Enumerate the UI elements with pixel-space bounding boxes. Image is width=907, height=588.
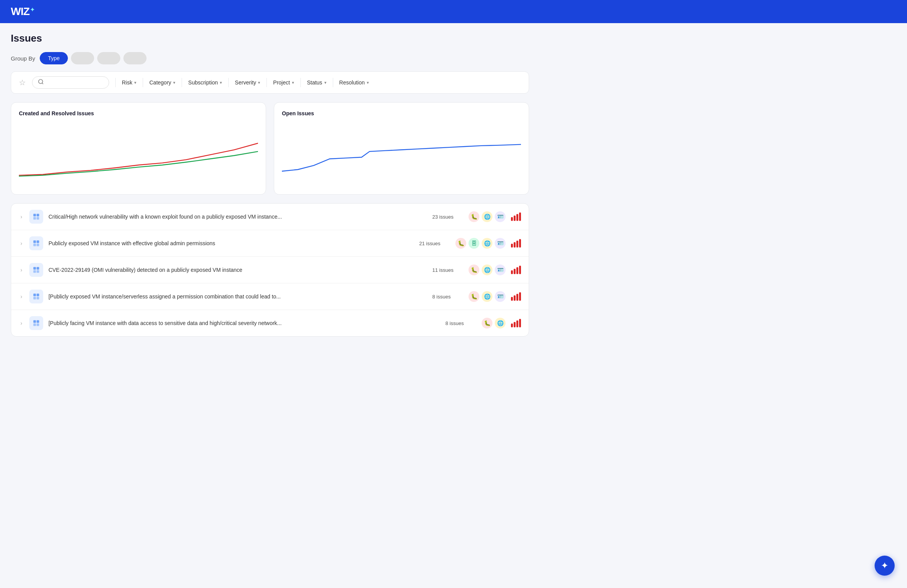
- issue-count: 8 issues: [432, 294, 463, 300]
- bug-icon: 🐛: [455, 238, 466, 249]
- globe-icon: 🌐: [482, 238, 492, 249]
- search-input[interactable]: [47, 79, 101, 86]
- id-icon: 🪪: [495, 291, 506, 302]
- bug-icon: 🐛: [469, 211, 479, 222]
- id-icon: 🪪: [495, 211, 506, 222]
- db-icon: 🗄: [469, 238, 479, 249]
- chart-left-title: Created and Resolved Issues: [19, 110, 258, 116]
- charts-row: Created and Resolved Issues Open Issues: [11, 102, 529, 195]
- expand-button[interactable]: ›: [19, 319, 24, 327]
- issue-tags: 🐛 🌐 🪪: [469, 291, 506, 302]
- chevron-down-icon: ▾: [173, 80, 175, 85]
- logo-star-icon: ✦: [30, 7, 34, 13]
- issue-type-icon: [29, 263, 43, 277]
- severity-bars: [511, 212, 521, 221]
- issue-description: [Publicly exposed VM instance/serverless…: [49, 293, 427, 300]
- filter-divider-6: [300, 78, 301, 87]
- svg-rect-10: [33, 267, 36, 270]
- chart-right-svg: [282, 122, 521, 184]
- id-icon: 🪪: [495, 238, 506, 249]
- chevron-down-icon: ▾: [292, 80, 294, 85]
- search-container: [32, 76, 109, 89]
- filter-risk[interactable]: Risk ▾: [122, 79, 137, 86]
- group-btn-3[interactable]: [97, 52, 120, 64]
- svg-rect-6: [33, 241, 36, 243]
- main-content: Issues Group By Type ☆ Risk ▾ Category ▾: [0, 23, 540, 346]
- bug-icon: 🐛: [469, 291, 479, 302]
- svg-rect-2: [33, 214, 36, 217]
- table-row: › Publicly exposed VM instance with effe…: [11, 230, 529, 257]
- svg-rect-8: [33, 244, 36, 246]
- chart-created-resolved: Created and Resolved Issues: [11, 102, 266, 195]
- table-row: › [Publicly exposed VM instance/serverle…: [11, 283, 529, 310]
- svg-rect-13: [37, 270, 39, 273]
- issue-description: Critical/High network vulnerability with…: [49, 214, 427, 220]
- group-btn-2[interactable]: [71, 52, 94, 64]
- table-row: › CVE-2022-29149 (OMI vulnerability) det…: [11, 257, 529, 283]
- issue-count: 21 issues: [419, 241, 450, 246]
- filter-bar: ☆ Risk ▾ Category ▾ Subscription ▾ Serve…: [11, 71, 529, 94]
- group-btn-type[interactable]: Type: [40, 52, 67, 64]
- svg-rect-9: [37, 244, 39, 246]
- svg-rect-20: [33, 323, 36, 326]
- filter-divider: [115, 78, 116, 87]
- group-by-label: Group By: [11, 55, 35, 62]
- table-row: › Critical/High network vulnerability wi…: [11, 204, 529, 230]
- severity-bars: [511, 239, 521, 248]
- filter-subscription[interactable]: Subscription ▾: [188, 79, 222, 86]
- filter-divider-3: [182, 78, 182, 87]
- globe-icon: 🌐: [482, 291, 492, 302]
- expand-button[interactable]: ›: [19, 266, 24, 274]
- issue-description: Publicly exposed VM instance with effect…: [49, 240, 414, 246]
- filter-project[interactable]: Project ▾: [273, 79, 294, 86]
- issue-type-icon: [29, 290, 43, 303]
- svg-rect-18: [33, 320, 36, 323]
- chevron-down-icon: ▾: [134, 80, 137, 85]
- svg-rect-4: [33, 217, 36, 220]
- issues-list: › Critical/High network vulnerability wi…: [11, 203, 529, 337]
- svg-line-1: [42, 83, 43, 84]
- header: WIZ✦: [0, 0, 907, 23]
- favorite-button[interactable]: ☆: [19, 78, 26, 87]
- chart-left-svg: [19, 122, 258, 184]
- filter-status[interactable]: Status ▾: [307, 79, 327, 86]
- fab-button[interactable]: ✦: [875, 556, 895, 576]
- issue-tags: 🐛 🌐 🪪: [469, 211, 506, 222]
- globe-icon: 🌐: [482, 211, 492, 222]
- chevron-down-icon: ▾: [367, 80, 369, 85]
- expand-button[interactable]: ›: [19, 239, 24, 247]
- svg-rect-21: [37, 323, 39, 326]
- expand-button[interactable]: ›: [19, 293, 24, 300]
- id-icon: 🪪: [495, 265, 506, 275]
- chevron-down-icon: ▾: [220, 80, 222, 85]
- globe-icon: 🌐: [495, 318, 506, 329]
- filter-resolution[interactable]: Resolution ▾: [339, 79, 369, 86]
- issue-type-icon: [29, 236, 43, 250]
- fab-icon: ✦: [881, 560, 888, 571]
- filter-divider-4: [228, 78, 229, 87]
- bug-icon: 🐛: [482, 318, 492, 329]
- group-btn-4[interactable]: [123, 52, 147, 64]
- svg-rect-5: [37, 217, 39, 220]
- svg-rect-14: [33, 294, 36, 297]
- svg-rect-19: [37, 320, 39, 323]
- chevron-down-icon: ▾: [324, 80, 327, 85]
- chart-open-issues: Open Issues: [274, 102, 529, 195]
- filter-category[interactable]: Category ▾: [149, 79, 175, 86]
- chart-right-title: Open Issues: [282, 110, 521, 116]
- filter-divider-2: [143, 78, 143, 87]
- chevron-down-icon: ▾: [258, 80, 260, 85]
- logo: WIZ✦: [11, 5, 34, 18]
- svg-rect-17: [37, 297, 39, 300]
- globe-icon: 🌐: [482, 265, 492, 275]
- severity-bars: [511, 266, 521, 274]
- svg-point-0: [39, 79, 43, 84]
- issue-description: CVE-2022-29149 (OMI vulnerability) detec…: [49, 267, 427, 273]
- filter-severity[interactable]: Serverity ▾: [235, 79, 260, 86]
- issue-count: 23 issues: [432, 214, 463, 220]
- bug-icon: 🐛: [469, 265, 479, 275]
- expand-button[interactable]: ›: [19, 213, 24, 221]
- severity-bars: [511, 292, 521, 301]
- issue-tags: 🐛 🗄 🌐 🪪: [455, 238, 506, 249]
- issue-type-icon: [29, 316, 43, 330]
